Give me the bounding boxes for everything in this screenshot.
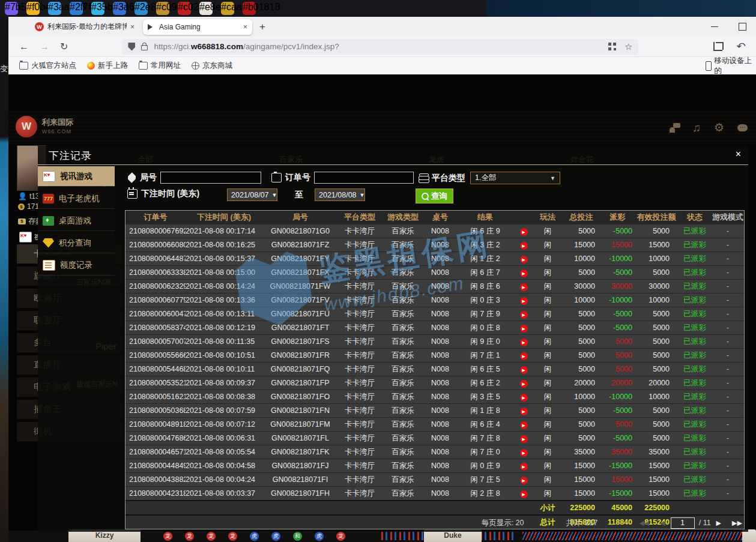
next-page-button[interactable]: ▶	[716, 519, 721, 527]
customer-service-icon[interactable]	[670, 123, 679, 133]
back-button[interactable]: ←	[19, 41, 29, 52]
search-button[interactable]: 查询	[416, 188, 453, 203]
play-video-button[interactable]: ▶	[520, 242, 528, 250]
desktop-app-icon[interactable]: #2e8fd0	[135, 2, 148, 15]
prev-page-button[interactable]: ◀	[660, 519, 665, 527]
page-number-input[interactable]: 1	[671, 517, 695, 529]
new-tab-button[interactable]: +	[259, 21, 265, 33]
bookmark-item[interactable]: 新手上路	[87, 61, 128, 71]
window-maximize-button[interactable]	[739, 23, 746, 31]
lock-icon[interactable]	[141, 45, 148, 50]
play-video-button[interactable]: ▶	[520, 339, 528, 346]
audio-playing-icon[interactable]	[148, 24, 156, 30]
play-video-button[interactable]: ▶	[520, 421, 528, 429]
bookmark-item-mobile[interactable]: 移动设备上的	[706, 56, 756, 76]
order-input[interactable]	[314, 172, 414, 184]
table-cell: -	[712, 254, 744, 263]
desktop-app-icon[interactable]: #e8e4dc	[199, 2, 213, 15]
desktop-app-icon[interactable]: #c02020	[178, 2, 191, 15]
table-cell: 2021-08-08 00:04:58	[186, 462, 262, 470]
table-cell: 35000	[635, 448, 678, 456]
bookmark-star-icon[interactable]: ☆	[624, 41, 632, 52]
site-logo[interactable]: W 利来国际 W66.COM	[16, 116, 73, 137]
window-minimize-button[interactable]	[711, 26, 718, 28]
chevron-down-icon: ▼	[550, 175, 555, 181]
desktop-app-icon[interactable]: #2f7fd4	[70, 2, 83, 15]
table-cell: 闲	[533, 406, 563, 416]
tab-close-icon[interactable]: ×	[130, 23, 135, 31]
table-cell: -5000	[600, 268, 635, 277]
desktop-app-icon[interactable]: #c09030	[156, 2, 169, 15]
dialog-menu-item[interactable]: 桌面游戏	[38, 211, 115, 231]
play-video-button[interactable]: ▶	[520, 366, 528, 374]
dialog-menu-item[interactable]: 电子老虎机	[38, 188, 115, 209]
play-video-button[interactable]: ▶	[520, 283, 528, 291]
close-icon[interactable]: ×	[736, 149, 741, 160]
play-video-button[interactable]: ▶	[520, 311, 528, 319]
desktop-app-icon[interactable]: #35b5e8	[91, 2, 104, 15]
table-cell: N008	[425, 379, 456, 387]
table-cell: 闲 7 庄 9	[456, 309, 515, 319]
play-video-button[interactable]: ▶	[520, 477, 528, 484]
roadmap-circle: 龙	[336, 532, 345, 541]
play-video-button[interactable]: ▶	[520, 394, 528, 402]
table-cell: 卡卡湾厅	[338, 268, 381, 278]
date-to-select[interactable]: 2021/08/08 ▼	[315, 188, 365, 201]
platform-select[interactable]: 1.全部 ▼	[470, 172, 560, 184]
round-input[interactable]	[160, 172, 261, 184]
last-page-button[interactable]: ▶▶	[732, 519, 742, 527]
screenshot-icon[interactable]	[713, 42, 722, 51]
play-video-button[interactable]: ▶	[520, 408, 528, 415]
table-cell: 百家乐	[381, 420, 425, 430]
desktop-app-icon[interactable]: #f0b429	[26, 2, 40, 15]
desktop-app-icon[interactable]: #3aa0e8	[48, 2, 61, 15]
table-cell: 2021-08-08 00:11:35	[186, 337, 262, 346]
dialog-menu-item[interactable]: 视讯游戏	[38, 166, 115, 187]
bookmark-item[interactable]: 京东商城	[192, 61, 232, 71]
desktop-app-icon[interactable]: #3a6fd8	[113, 2, 126, 15]
tab-asia-gaming[interactable]: Asia Gaming ×	[143, 19, 252, 35]
tab-w88[interactable]: W 利来国际-最给力的老牌博彩网站 ×	[30, 19, 139, 35]
table-cell: -	[712, 448, 744, 456]
play-video-button[interactable]: ▶	[520, 256, 528, 263]
date-from-select[interactable]: 2021/08/07 ▼	[227, 188, 277, 201]
tracking-protection-icon[interactable]	[128, 43, 135, 51]
play-video-button[interactable]: ▶	[520, 269, 528, 277]
chat-bubble-icon[interactable]: ⋯	[737, 124, 748, 131]
play-video-button[interactable]: ▶	[520, 449, 528, 457]
bookmark-item[interactable]: 火狐官方站点	[19, 61, 76, 71]
play-video-button[interactable]: ▶	[520, 228, 528, 236]
desktop-app-icon[interactable]: #7b5cf0	[5, 2, 18, 15]
table-cell: 百家乐	[381, 461, 425, 471]
desktop-app-icon[interactable]: #caa028	[221, 2, 234, 15]
table-cell: N008	[425, 406, 456, 415]
desktop-app-icon[interactable]: #b01818	[243, 2, 256, 15]
bookmark-item[interactable]: 常用网址	[139, 61, 181, 71]
forward-button[interactable]: →	[40, 41, 49, 52]
table-cell: 5000	[600, 337, 635, 346]
music-icon[interactable]: ♫	[692, 121, 701, 134]
menu-item-label: 电子老虎机	[59, 193, 100, 204]
table-cell: 210808000544682	[125, 365, 186, 373]
settings-gear-icon[interactable]: ⚙	[714, 121, 724, 134]
play-video-button[interactable]: ▶	[520, 352, 528, 360]
first-page-button[interactable]: ◀◀	[639, 519, 649, 527]
play-video-button[interactable]: ▶	[520, 380, 528, 388]
play-video-button[interactable]: ▶	[520, 490, 528, 498]
play-video-button[interactable]: ▶	[520, 297, 528, 305]
reload-button[interactable]: ↻	[60, 41, 68, 52]
tab-close-icon[interactable]: ×	[243, 23, 247, 31]
url-bar[interactable]: https://gci.w668818.com/agingame/pcv1/in…	[122, 39, 638, 55]
undo-icon[interactable]: ↶	[736, 40, 746, 53]
table-cell: -5000	[600, 434, 635, 442]
dialog-menu-item[interactable]: 额度记录	[38, 255, 115, 276]
table-cell: 2021-08-08 00:15:00	[186, 268, 262, 277]
play-video-button[interactable]: ▶	[520, 325, 528, 333]
qr-code-icon[interactable]	[608, 43, 616, 50]
dialog-menu-item[interactable]: 积分查询	[38, 233, 115, 253]
table-row: 2108080006077932021-08-08 00:13:36GN0082…	[125, 293, 744, 307]
table-cell: N008	[425, 324, 456, 332]
play-video-button[interactable]: ▶	[520, 463, 528, 471]
play-video-button[interactable]: ▶	[520, 435, 528, 443]
table-cell: 闲	[533, 489, 563, 499]
